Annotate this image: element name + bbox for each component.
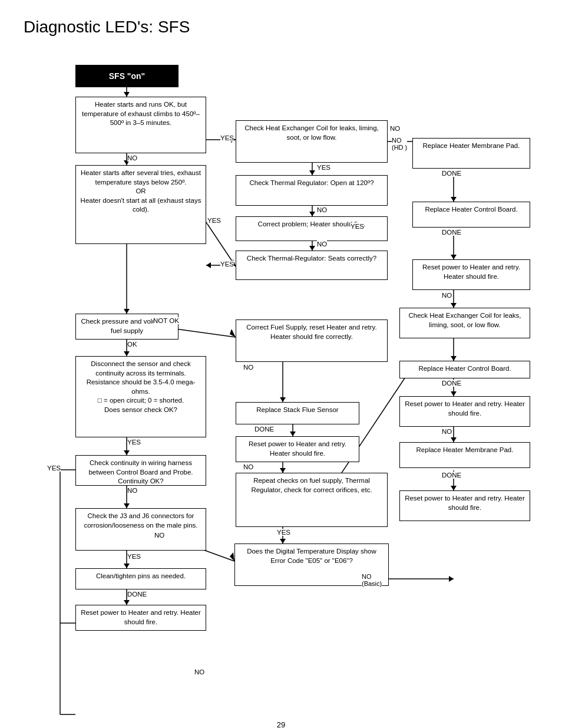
svg-marker-54 — [451, 356, 457, 361]
svg-marker-58 — [451, 437, 457, 442]
reset-power4-box: Reset power to Heater and retry. Heater … — [399, 396, 530, 427]
label-no-sensor: NO — [127, 487, 137, 494]
svg-marker-42 — [124, 600, 130, 605]
label-done-control2: DONE — [442, 380, 461, 387]
replace-heater-control2-box: Replace Heater Control Board. — [399, 361, 530, 378]
label-yes-right: YES — [351, 223, 364, 230]
page-title: Diagnostic LED's: SFS — [24, 18, 538, 37]
label-no-reset3: NO — [442, 292, 452, 299]
check-thermal-reg1-box: Check Thermal Regulator: Open at 120º? — [236, 175, 388, 206]
label-done-membrane1: DONE — [442, 170, 461, 177]
label-yes1: YES — [220, 134, 234, 141]
label-yes-heater2: YES — [207, 217, 221, 224]
clean-tighten-box: Clean/tighten pins as needed. — [75, 568, 206, 589]
label-no1: NO — [390, 125, 400, 132]
label-no-heater: NO — [127, 154, 137, 162]
svg-marker-52 — [451, 303, 457, 308]
correct-fuel-box: Correct Fuel Supply, reset Heater and re… — [236, 319, 388, 362]
svg-marker-7 — [309, 212, 315, 216]
check-j3j6-box: Check the J3 and J6 connectors for corro… — [75, 508, 206, 551]
label-no-correct-fuel: NO — [243, 364, 253, 371]
label-no-digital: NO(Basic) — [362, 573, 382, 587]
replace-stack-flue-box: Replace Stack Flue Sensor — [236, 402, 359, 424]
svg-marker-23 — [124, 351, 130, 356]
label-done-control1: DONE — [442, 229, 461, 236]
svg-marker-1 — [124, 92, 130, 97]
check-heat-exchanger2-box: Check Heat Exchanger Coil for leaks, lim… — [399, 308, 530, 338]
label-yes-j3j6: YES — [127, 553, 141, 560]
label-not-ok: NOT OK — [153, 317, 179, 324]
sfs-on-box: SFS "on" — [75, 65, 178, 87]
svg-marker-40 — [230, 552, 234, 561]
heater-starts-box: Heater starts and runs OK, but temperatu… — [75, 97, 206, 153]
label-no-hd: NO(HD ) — [392, 137, 407, 151]
heater-starts2-box: Heater starts after several tries, exhau… — [75, 165, 206, 244]
replace-heater-membrane1-box: Replace Heater Membrane Pad. — [412, 138, 530, 169]
label-ok: OK — [127, 341, 137, 348]
label-done-membrane2: DONE — [442, 472, 461, 479]
svg-marker-35 — [124, 503, 130, 508]
svg-marker-27 — [290, 431, 296, 436]
svg-marker-29 — [280, 468, 286, 473]
reset-power3-box: Reset power to Heater and retry. Heater … — [412, 259, 530, 290]
repeat-checks-box: Repeat checks on fuel supply, Thermal Re… — [236, 473, 388, 527]
reset-power1-box: Reset power to Heater and retry. Heater … — [236, 436, 359, 462]
label-no-reset2: NO — [194, 668, 204, 676]
svg-marker-33 — [124, 450, 130, 455]
label-done1: DONE — [254, 426, 274, 433]
reset-power2-box: Reset power to Heater and retry. Heater … — [75, 605, 206, 631]
label-yes3: YES — [220, 261, 234, 268]
reset-power5-box: Reset power to Heater and retry. Heater … — [399, 490, 530, 521]
svg-line-16 — [206, 222, 236, 266]
svg-marker-48 — [451, 197, 457, 202]
label-done-tighten: DONE — [127, 591, 147, 598]
svg-marker-5 — [309, 170, 315, 175]
svg-marker-56 — [451, 391, 457, 396]
svg-marker-66 — [449, 576, 454, 582]
svg-marker-9 — [309, 246, 315, 251]
disconnect-sensor-box: Disconnect the sensor and check continui… — [75, 356, 206, 437]
svg-marker-50 — [451, 255, 457, 259]
svg-marker-38 — [124, 564, 130, 568]
svg-marker-31 — [280, 539, 286, 543]
label-no-j3j6: NO — [154, 532, 164, 539]
svg-marker-25 — [280, 397, 286, 402]
svg-marker-19 — [124, 309, 130, 314]
label-no3: NO — [317, 241, 327, 248]
label-yes-repeat: YES — [277, 529, 290, 536]
svg-marker-21 — [230, 329, 236, 337]
correct-problem-box: Correct problem; Heater should fire. — [236, 216, 388, 241]
replace-heater-membrane2-box: Replace Heater Membrane Pad. — [399, 442, 530, 468]
page-number: 29 — [24, 720, 538, 728]
label-no-reset4: NO — [442, 428, 452, 435]
label-no2: NO — [317, 206, 327, 213]
svg-marker-60 — [451, 486, 457, 490]
label-yes-continuity: YES — [47, 465, 61, 472]
check-heat-exchanger1-box: Check Heat Exchanger Coil for leaks, lim… — [236, 120, 388, 163]
replace-heater-control1-box: Replace Heater Control Board. — [412, 202, 530, 228]
svg-marker-11 — [206, 262, 211, 268]
check-continuity-box: Check continuity in wiring harness betwe… — [75, 455, 206, 486]
check-thermal-reg2-box: Check Thermal-Regulator: Seats correctly… — [236, 251, 388, 280]
label-yes-sensor: YES — [127, 439, 141, 446]
flowchart: SFS "on" Heater starts and runs OK, but … — [24, 48, 542, 714]
page: Diagnostic LED's: SFS — [0, 0, 562, 728]
label-no-reset1: NO — [243, 463, 253, 470]
label-yes2: YES — [317, 164, 330, 171]
